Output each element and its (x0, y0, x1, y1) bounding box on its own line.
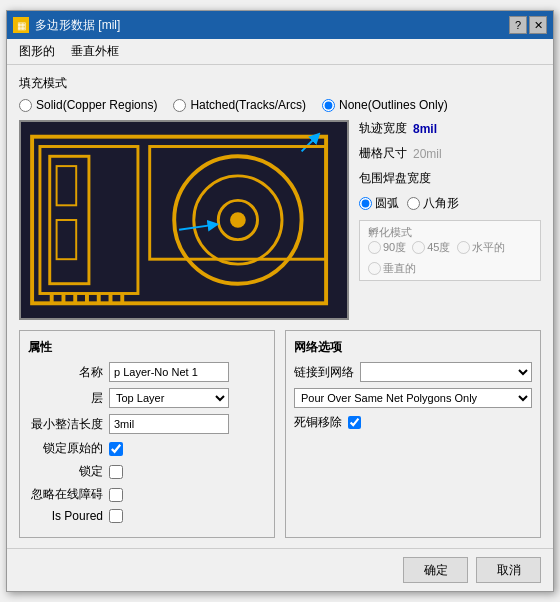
fill-hatched-option[interactable]: Hatched(Tracks/Arcs) (173, 98, 306, 112)
prop-lock-row: 锁定 (28, 463, 266, 480)
hatch-vert-label: 垂直的 (383, 261, 416, 276)
preview-area: 轨迹宽度 8mil 栅格尺寸 20mil 包围焊盘宽度 圆弧 (19, 120, 541, 320)
title-bar-left: ▦ 多边形数据 [mil] (13, 17, 120, 34)
hatch-vert-option[interactable]: 垂直的 (368, 261, 416, 276)
pour-select[interactable]: Pour Over Same Net Polygons Only (294, 388, 532, 408)
hatch-90-option[interactable]: 90度 (368, 240, 406, 255)
hatch-45-radio (412, 241, 425, 254)
surround-arc-option[interactable]: 圆弧 (359, 195, 399, 212)
surround-arc-label: 圆弧 (375, 195, 399, 212)
prop-lock-checkbox[interactable] (109, 465, 123, 479)
hatch-45-option[interactable]: 45度 (412, 240, 450, 255)
close-button[interactable]: ✕ (529, 16, 547, 34)
prop-poured-label: Is Poured (28, 509, 103, 523)
prop-poured-checkbox[interactable] (109, 509, 123, 523)
prop-lock-orig-label: 锁定原始的 (28, 440, 103, 457)
link-net-select[interactable] (360, 362, 532, 382)
bottom-section: 属性 名称 层 Top Layer Bottom Layer 最小整洁长度 (19, 330, 541, 538)
menu-item-vertical[interactable]: 垂直外框 (63, 41, 127, 62)
prop-min-length-input[interactable] (109, 414, 229, 434)
properties-panel: 属性 名称 层 Top Layer Bottom Layer 最小整洁长度 (19, 330, 275, 538)
grid-size-row: 栅格尺寸 20mil (359, 145, 541, 162)
right-params-panel: 轨迹宽度 8mil 栅格尺寸 20mil 包围焊盘宽度 圆弧 (359, 120, 541, 320)
surround-oct-radio[interactable] (407, 197, 420, 210)
svg-point-16 (230, 212, 246, 228)
prop-lock-orig-row: 锁定原始的 (28, 440, 266, 457)
track-width-value: 8mil (413, 122, 437, 136)
surround-label: 包围焊盘宽度 (359, 170, 541, 187)
prop-lock-label: 锁定 (28, 463, 103, 480)
track-width-row: 轨迹宽度 8mil (359, 120, 541, 137)
track-width-label: 轨迹宽度 (359, 120, 407, 137)
hatch-label: 孵化模式 (368, 225, 532, 240)
network-title: 网络选项 (294, 339, 532, 356)
help-button[interactable]: ? (509, 16, 527, 34)
menu-item-graphics[interactable]: 图形的 (11, 41, 63, 62)
surround-options: 圆弧 八角形 (359, 195, 541, 212)
link-net-label: 链接到网络 (294, 364, 354, 381)
prop-layer-label: 层 (28, 390, 103, 407)
fill-solid-label: Solid(Copper Regions) (36, 98, 157, 112)
dialog: ▦ 多边形数据 [mil] ? ✕ 图形的 垂直外框 填充模式 Solid(Co… (6, 10, 554, 592)
app-icon: ▦ (13, 17, 29, 33)
footer: 确定 取消 (7, 548, 553, 591)
surround-arc-radio[interactable] (359, 197, 372, 210)
prop-ignore-row: 忽略在线障碍 (28, 486, 266, 503)
grid-size-value: 20mil (413, 147, 442, 161)
confirm-button[interactable]: 确定 (403, 557, 468, 583)
fill-mode-label: 填充模式 (19, 75, 541, 92)
hatch-horiz-radio (457, 241, 470, 254)
prop-layer-row: 层 Top Layer Bottom Layer (28, 388, 266, 408)
hatch-options: 90度 45度 水平的 垂直的 (368, 240, 532, 276)
surround-oct-option[interactable]: 八角形 (407, 195, 459, 212)
prop-name-label: 名称 (28, 364, 103, 381)
grid-size-label: 栅格尺寸 (359, 145, 407, 162)
dead-copper-row: 死铜移除 (294, 414, 532, 431)
title-bar: ▦ 多边形数据 [mil] ? ✕ (7, 11, 553, 39)
prop-layer-select[interactable]: Top Layer Bottom Layer (109, 388, 229, 408)
network-panel: 网络选项 链接到网络 Pour Over Same Net Polygons O… (285, 330, 541, 538)
prop-lock-orig-checkbox[interactable] (109, 442, 123, 456)
hatch-45-label: 45度 (427, 240, 450, 255)
hatch-vert-radio (368, 262, 381, 275)
hatch-section: 孵化模式 90度 45度 水平的 (359, 220, 541, 281)
cancel-button[interactable]: 取消 (476, 557, 541, 583)
prop-ignore-label: 忽略在线障碍 (28, 486, 103, 503)
fill-none-option[interactable]: None(Outlines Only) (322, 98, 448, 112)
hatch-90-radio (368, 241, 381, 254)
menu-bar: 图形的 垂直外框 (7, 39, 553, 65)
dead-copper-label: 死铜移除 (294, 414, 342, 431)
prop-min-length-label: 最小整洁长度 (28, 416, 103, 433)
fill-none-label: None(Outlines Only) (339, 98, 448, 112)
prop-ignore-checkbox[interactable] (109, 488, 123, 502)
surround-oct-label: 八角形 (423, 195, 459, 212)
prop-name-row: 名称 (28, 362, 266, 382)
content-area: 填充模式 Solid(Copper Regions) Hatched(Track… (7, 65, 553, 548)
pour-select-row: Pour Over Same Net Polygons Only (294, 388, 532, 414)
hatch-90-label: 90度 (383, 240, 406, 255)
prop-name-input[interactable] (109, 362, 229, 382)
pcb-preview (19, 120, 349, 320)
fill-hatched-radio[interactable] (173, 99, 186, 112)
hatch-horiz-option[interactable]: 水平的 (457, 240, 505, 255)
prop-poured-row: Is Poured (28, 509, 266, 523)
dialog-title: 多边形数据 [mil] (35, 17, 120, 34)
fill-hatched-label: Hatched(Tracks/Arcs) (190, 98, 306, 112)
fill-none-radio[interactable] (322, 99, 335, 112)
hatch-horiz-label: 水平的 (472, 240, 505, 255)
properties-title: 属性 (28, 339, 266, 356)
title-bar-buttons: ? ✕ (509, 16, 547, 34)
fill-solid-option[interactable]: Solid(Copper Regions) (19, 98, 157, 112)
dead-copper-checkbox[interactable] (348, 416, 361, 429)
prop-min-length-row: 最小整洁长度 (28, 414, 266, 434)
link-net-row: 链接到网络 (294, 362, 532, 382)
fill-mode-group: Solid(Copper Regions) Hatched(Tracks/Arc… (19, 98, 541, 112)
fill-solid-radio[interactable] (19, 99, 32, 112)
